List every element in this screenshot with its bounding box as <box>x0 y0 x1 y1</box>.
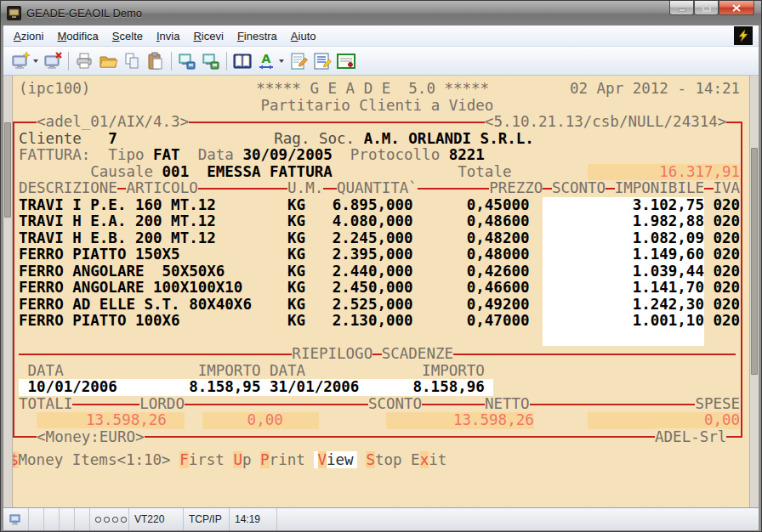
netto-field: 13.598,26 <box>386 412 534 429</box>
terminal-status-line: (ipc100)***** G E A D E 5.0 *****02 Apr … <box>19 81 740 98</box>
macro-book-icon[interactable] <box>230 49 254 73</box>
menu-item-modifica[interactable]: Modifica <box>50 27 105 45</box>
scadenza-importo-2: 8.158,96 <box>359 379 485 396</box>
data-value: 30/09/2005 <box>242 146 332 163</box>
toolbar-separator <box>171 52 172 71</box>
led-icon <box>104 517 110 523</box>
table-row: FERRO PIATTO 150X5KG2.395,0000,480001.14… <box>19 246 740 263</box>
command-exit[interactable]: Exit <box>411 451 446 468</box>
receive-from-host-icon[interactable] <box>199 49 223 73</box>
imponibile-field[interactable]: 1.082,09 <box>543 230 704 247</box>
right-scrollbar[interactable] <box>749 76 759 507</box>
menu-item-azioni[interactable]: Azioni <box>7 27 50 45</box>
riepilogo-divider: RIEPILOGOSCADENZE <box>19 346 740 363</box>
command-context: Money Items<1:10> <box>19 451 171 468</box>
terminal-screen[interactable]: (ipc100)***** G E A D E 5.0 *****02 Apr … <box>3 76 759 507</box>
command-up[interactable]: Up <box>233 451 251 468</box>
led-icon <box>121 517 127 523</box>
send-to-host-icon[interactable] <box>175 49 199 73</box>
host-label: <adel_01/AIX/4.3> <box>37 113 189 130</box>
menu-bar: Azioni Modifica Scelte Invia Ricevi Fine… <box>3 25 759 47</box>
sconto-imponibile-field[interactable] <box>543 330 704 347</box>
imponibile-field[interactable]: 1.982,88 <box>543 213 704 230</box>
window-title: GEADE-GEAOIL Demo <box>26 7 142 20</box>
command-first[interactable]: First <box>179 451 225 468</box>
command-print[interactable]: Print <box>260 451 305 468</box>
license-icon[interactable] <box>334 49 358 73</box>
command-view-selected[interactable]: View <box>314 451 357 468</box>
disconnect-icon[interactable] <box>41 49 65 73</box>
fonts-dropdown-icon[interactable] <box>279 59 284 63</box>
session-plugin-icon[interactable] <box>734 26 753 45</box>
minimize-button[interactable] <box>669 1 694 15</box>
imponibile-field[interactable]: 1.149,60 <box>543 246 704 263</box>
box-bottom-labels: <Money:EURO>ADEL-Srl <box>19 429 740 446</box>
scadenze-fields[interactable]: 10/01/20068.158,9531/01/20068.158,96 <box>19 379 493 396</box>
protocollo-value: 8221 <box>449 146 485 163</box>
title-bar: GEADE-GEAOIL Demo <box>1 1 761 25</box>
terminal-type-cell: VT220 <box>129 508 184 530</box>
imponibile-field[interactable]: 1.001,10 <box>543 313 704 330</box>
right-scrollbar-thumb[interactable] <box>751 148 758 375</box>
lordo-field: 13.598,26 <box>37 412 185 429</box>
imponibile-field[interactable]: 1.039,44 <box>543 263 704 280</box>
causale-line: Causale001EMESSA FATTURATotale16.317,91 <box>19 164 740 181</box>
paste-icon[interactable] <box>144 49 168 73</box>
app-banner: ***** G E A D E 5.0 ***** <box>256 80 489 97</box>
new-session-dropdown-icon[interactable] <box>33 59 38 63</box>
maximize-button[interactable] <box>694 1 719 15</box>
imponibile-field[interactable]: 1.141,70 <box>543 280 704 297</box>
toolbar-separator <box>226 52 227 71</box>
toolbar-separator <box>68 52 69 71</box>
cliente-line: Cliente7Rag. Soc.A.M. ORLANDI S.R.L. <box>19 131 740 148</box>
app-window: GEADE-GEAOIL Demo Azioni Modifica Scelte… <box>0 0 762 532</box>
scadenze-values: 10/01/20068.158,9531/01/20068.158,96 <box>19 379 740 396</box>
terminal-datetime: 02 Apr 2012 - 14:21 <box>570 80 740 97</box>
imponibile-field[interactable]: 3.102,75 <box>543 197 704 214</box>
notepad-icon[interactable] <box>287 49 310 73</box>
command-line: $Money Items<1:10>FirstUpPrintViewStopEx… <box>9 452 740 469</box>
menu-item-finestra[interactable]: Finestra <box>230 27 284 45</box>
table-row: TRAVI H E.B. 200 MT.12KG2.245,0000,48200… <box>19 230 740 247</box>
status-filler <box>277 508 759 530</box>
causale-desc: EMESSA FATTURA <box>207 163 333 180</box>
menu-item-scelte[interactable]: Scelte <box>105 27 150 45</box>
copy-icon[interactable] <box>120 49 144 73</box>
totali-header: TOTALILORDOSCONTONETTOSPESE <box>19 396 740 413</box>
connection-label: <5.10.21.13/csb/NULL/24314> <box>485 113 726 130</box>
status-cell <box>44 508 60 530</box>
ragione-sociale-value: A.M. ORLANDI S.R.L. <box>364 130 534 147</box>
close-button[interactable] <box>719 1 754 15</box>
open-folder-icon[interactable] <box>96 49 120 73</box>
scadenza-data-1: 10/01/2006 <box>28 378 117 395</box>
menu-item-aiuto[interactable]: Aiuto <box>284 27 323 45</box>
fonts-icon[interactable]: A <box>254 49 278 73</box>
status-bar: VT220 TCP/IP 14:19 <box>3 507 759 530</box>
clock-cell: 14:19 <box>230 508 277 530</box>
table-row: FERRO AD ELLE S.T. 80X40X6KG2.525,0000,4… <box>19 297 740 314</box>
imponibile-field[interactable]: 1.242,30 <box>543 297 704 314</box>
totale-field: 16.317,91 <box>588 164 740 181</box>
menu-item-ricevi[interactable]: Ricevi <box>186 27 230 45</box>
new-session-icon[interactable] <box>9 49 32 73</box>
box-top-labels: <adel_01/AIX/4.3><5.10.21.13/csb/NULL/24… <box>19 114 740 131</box>
table-header: DESCRIZIONEARTICOLOU.M.QUANTITA`PREZZOSC… <box>19 180 740 197</box>
table-row: TRAVI H E.A. 200 MT.12KG4.080,0000,48600… <box>19 213 740 230</box>
causale-code: 001 <box>162 163 190 180</box>
status-cell <box>29 508 44 530</box>
table-row: TRAVI I P.E. 160 MT.12KG6.895,0000,45000… <box>19 197 740 214</box>
toolbar: A <box>3 47 759 76</box>
led-icon <box>95 517 101 523</box>
command-stop[interactable]: Stop <box>366 451 401 468</box>
table-row: FERRO ANGOLARE 100X100X10KG2.450,0000,46… <box>19 280 740 297</box>
currency-label: <Money:EURO> <box>37 428 144 445</box>
left-scrollbar-thumb[interactable] <box>4 122 11 218</box>
left-scrollbar[interactable] <box>3 76 13 507</box>
menu-item-invia[interactable]: Invia <box>150 27 186 45</box>
session-properties-icon[interactable] <box>310 49 334 73</box>
svg-text:A: A <box>262 52 271 65</box>
print-icon[interactable] <box>72 49 96 73</box>
empty-field-row <box>19 330 740 347</box>
spese-field: 0,00 <box>588 412 740 429</box>
status-cell <box>75 508 90 530</box>
